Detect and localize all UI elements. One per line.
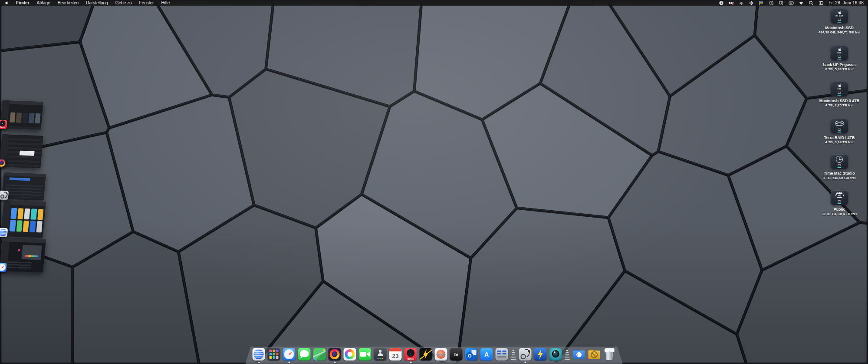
minimized-window-diagnostics-app[interactable] [1, 172, 46, 201]
screen-record-icon[interactable] [729, 0, 734, 6]
messages-icon [298, 348, 311, 361]
window-badge-safari[interactable] [0, 263, 7, 272]
lul [497, 357, 506, 358]
menu-bar-clock[interactable]: Fr. 28. Juni 16:38 [829, 0, 864, 6]
menu-item-gehe-zu[interactable]: Gehe zu [115, 0, 132, 6]
window-badge-diagnostics-app[interactable] [0, 191, 9, 200]
lub [497, 353, 501, 354]
drive-macintosh-ssd[interactable]: M1 MAXMacintosh SSD494,38 GB, 346,71 GB … [814, 9, 865, 34]
window-badge-firefox[interactable] [0, 159, 7, 168]
badge-safari-icon [0, 263, 7, 272]
spotlight-search-icon[interactable] [809, 0, 814, 6]
minimized-window-firefox[interactable] [0, 134, 43, 168]
dock-music[interactable]: Music [404, 348, 417, 361]
menu-bar: FinderAblageBearbeitenDarstellungGehe zu… [0, 0, 868, 6]
g [789, 2, 792, 3]
drive-time-mac-studio[interactable]: Time Mac Studio1 TB, 518,65 GB frei [814, 154, 865, 180]
alb [10, 113, 41, 124]
minimized-window-globe-app[interactable] [0, 200, 46, 238]
menu-item-finder[interactable]: Finder [16, 0, 30, 6]
dock-diagnostics-app[interactable] [519, 348, 532, 361]
dock-downloads-folder[interactable] [573, 348, 585, 361]
restricted-folder-icon [588, 348, 601, 361]
lpt [273, 350, 275, 352]
dock-lightning-utility[interactable] [420, 348, 432, 361]
window-badge-globe-app[interactable] [0, 228, 8, 238]
drive-label: Terra RAID I 4TB [824, 136, 855, 140]
drive-info: 4 TB, 3,14 TB frei [825, 140, 854, 144]
power-bolt-icon[interactable] [719, 0, 724, 6]
menu-item-darstellung[interactable]: Darstellung [86, 0, 108, 6]
menu-item-bearbeiten[interactable]: Bearbeiten [58, 0, 79, 6]
wireless-signal-icon[interactable] [739, 0, 744, 6]
dock-apple-tv[interactable]: tv [450, 348, 463, 361]
dock-messages[interactable] [298, 348, 311, 361]
dock-globe-app[interactable] [253, 348, 265, 361]
lul [497, 356, 506, 357]
lpt [270, 350, 272, 352]
lpt [276, 353, 279, 356]
keyboard-viewer-icon[interactable] [789, 0, 794, 6]
drive-icon-time-mac-studio [831, 154, 848, 169]
dock-launchpad[interactable] [268, 348, 280, 361]
path [781, 2, 782, 3]
mp1 [313, 350, 326, 358]
alarm-clock-icon[interactable] [779, 0, 784, 6]
dock-trash[interactable] [603, 348, 616, 361]
dock-app-store[interactable]: A [480, 348, 493, 361]
drive-info: 6 TB, 5,36 TB frei [825, 67, 854, 71]
hl [9, 177, 30, 181]
dock-outlook[interactable]: O [465, 348, 478, 361]
menu-extras-icon[interactable] [819, 0, 824, 6]
dock-photo-booth[interactable] [374, 348, 387, 361]
apl [837, 47, 842, 52]
monitor-utility-icon [496, 348, 508, 361]
menu-item-fenster[interactable]: Fenster [139, 0, 154, 6]
drive-icon-terra-raid-i-4tb: RAID [831, 119, 848, 133]
dock-photos[interactable] [344, 348, 356, 361]
photo-booth-icon [374, 348, 387, 361]
dock-maps[interactable] [313, 348, 326, 361]
dock-restricted-folder[interactable] [588, 348, 601, 361]
bolt [422, 349, 429, 359]
drive-label: back UP Pegasus [823, 63, 856, 67]
lpt [270, 356, 272, 359]
window-badge-music[interactable]: Music [0, 120, 7, 129]
dock-thunderbolt-app[interactable] [534, 348, 547, 361]
apple-menu-icon[interactable] [4, 0, 9, 5]
oltx: O [466, 352, 473, 360]
downloads-folder-icon [573, 348, 585, 361]
apl [837, 10, 842, 15]
diamond-utility-icon[interactable] [749, 0, 754, 6]
dock-calendar[interactable]: JUN23 [389, 348, 402, 361]
input-flag-icon[interactable] [759, 0, 764, 6]
ptxt: Music [404, 358, 417, 360]
minimized-window-music[interactable]: Music [0, 100, 43, 129]
dock-firefox[interactable] [329, 348, 341, 361]
dock-camera-app[interactable] [549, 348, 562, 361]
dock-monitor-utility[interactable] [496, 348, 508, 361]
menu-item-ablage[interactable]: Ablage [37, 0, 50, 6]
trash-icon [603, 348, 616, 361]
drive-macintosh-ssd-3-4tb[interactable]: SSDMacintosh SSD 3 4TB4 TB, 2,85 TB frei [814, 82, 865, 107]
path [749, 2, 751, 4]
menu-item-hilfe[interactable]: Hilfe [161, 0, 170, 6]
dock-facetime[interactable] [359, 348, 372, 361]
path [760, 1, 763, 2]
dock-safari[interactable] [283, 348, 296, 361]
svg [779, 0, 784, 6]
rect [789, 2, 793, 4]
path [752, 2, 754, 4]
drive-back-up-pegasus[interactable]: HDDback UP Pegasus6 TB, 5,36 TB frei [814, 46, 865, 71]
path [750, 1, 752, 3]
menu-bar-right: Fr. 28. Juni 16:38 [719, 0, 864, 6]
minimized-window-safari[interactable] [0, 238, 46, 273]
wifi-icon[interactable] [799, 0, 804, 6]
drive-public[interactable]: WDPublic11,89 TB, 10,4 TB frei [814, 190, 865, 216]
dock-waveform-app[interactable] [435, 348, 447, 361]
raidd [835, 121, 844, 124]
cm1 [552, 350, 559, 357]
circle [792, 2, 793, 3]
drive-terra-raid-i-4tb[interactable]: RAIDTerra RAID I 4TB4 TB, 3,14 TB frei [814, 119, 865, 144]
clock-icon[interactable] [769, 0, 774, 6]
